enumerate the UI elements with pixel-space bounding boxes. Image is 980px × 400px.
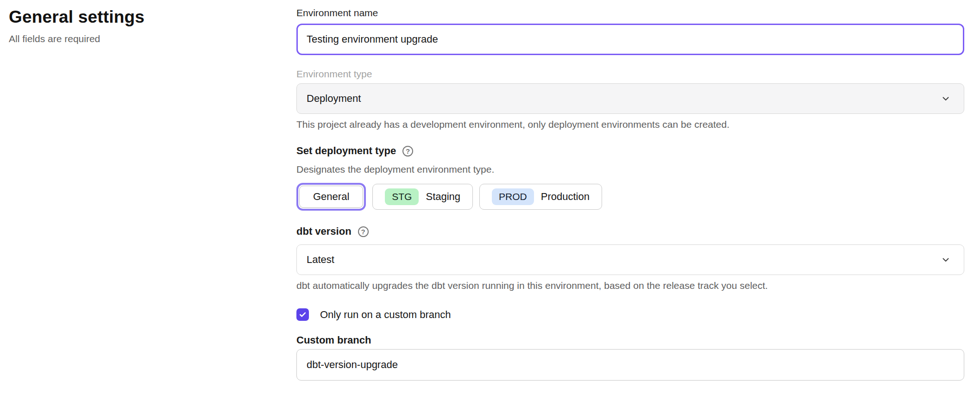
deployment-type-title-row: Set deployment type ? (296, 144, 964, 157)
dbt-version-value: Latest (307, 254, 334, 266)
dbt-version-title-row: dbt version ? (296, 225, 964, 238)
deployment-type-option-staging[interactable]: STG Staging (372, 184, 473, 210)
deployment-type-option-production-label: Production (541, 191, 590, 203)
custom-branch-label: Custom branch (296, 334, 964, 346)
help-icon[interactable]: ? (358, 226, 369, 237)
environment-settings-form: Environment name Environment type Deploy… (296, 0, 964, 381)
page-title: General settings (9, 7, 268, 27)
general-settings-page: General settings All fields are required… (0, 0, 980, 400)
chevron-down-icon (941, 255, 951, 265)
dbt-version-helper: dbt automatically upgrades the dbt versi… (296, 280, 964, 292)
environment-name-input[interactable] (296, 24, 964, 55)
check-icon (299, 311, 307, 319)
deployment-type-option-staging-label: Staging (426, 191, 460, 203)
environment-type-label: Environment type (296, 68, 964, 80)
page-subtitle: All fields are required (9, 33, 268, 44)
deployment-type-option-general-label: General (313, 191, 349, 203)
deployment-type-helper: Designates the deployment environment ty… (296, 163, 964, 175)
environment-type-value: Deployment (307, 93, 361, 105)
deployment-type-option-production[interactable]: PROD Production (479, 184, 602, 210)
environment-type-select[interactable]: Deployment (296, 83, 964, 114)
dbt-version-label: dbt version (296, 225, 352, 238)
chevron-down-icon (941, 94, 951, 104)
custom-branch-input[interactable] (296, 349, 964, 381)
custom-branch-checkbox-label: Only run on a custom branch (320, 309, 451, 321)
environment-type-helper: This project already has a development e… (296, 119, 964, 131)
production-badge: PROD (492, 188, 534, 205)
section-header: General settings All fields are required (9, 7, 268, 44)
deployment-type-option-general-selected-ring: General (296, 183, 366, 211)
staging-badge: STG (385, 188, 419, 205)
environment-name-label: Environment name (296, 6, 964, 19)
help-icon[interactable]: ? (402, 146, 413, 156)
custom-branch-checkbox-row: Only run on a custom branch (296, 308, 964, 321)
deployment-type-option-general[interactable]: General (299, 186, 363, 208)
dbt-version-select[interactable]: Latest (296, 244, 964, 275)
custom-branch-checkbox[interactable] (296, 308, 309, 321)
deployment-type-options: General STG Staging PROD Production (296, 182, 964, 211)
deployment-type-label: Set deployment type (296, 144, 396, 157)
